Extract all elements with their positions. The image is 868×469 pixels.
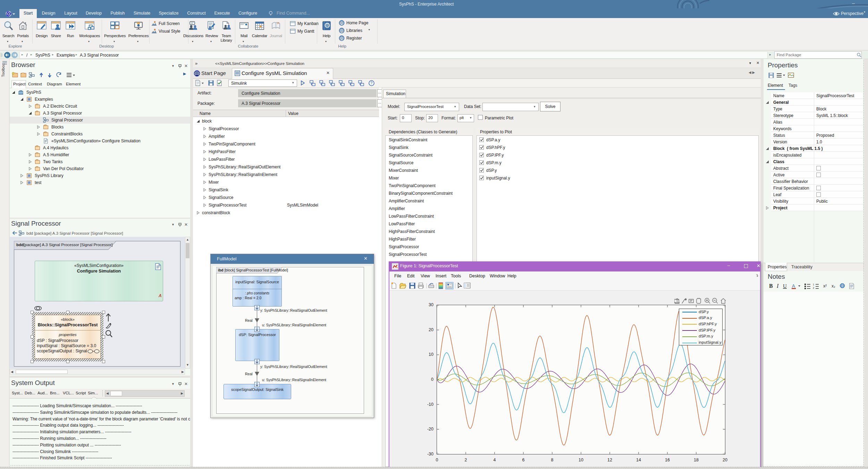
svg-text:U: U: [783, 283, 787, 289]
svg-text:A: A: [792, 283, 795, 288]
svg-text:x²: x²: [823, 284, 827, 288]
svg-text:2: 2: [813, 287, 814, 289]
svg-text:I: I: [776, 283, 779, 289]
svg-text:?: ?: [371, 81, 373, 85]
svg-text:1: 1: [813, 283, 814, 286]
svg-text:x₂: x₂: [832, 284, 835, 288]
svg-text:B: B: [769, 283, 773, 289]
